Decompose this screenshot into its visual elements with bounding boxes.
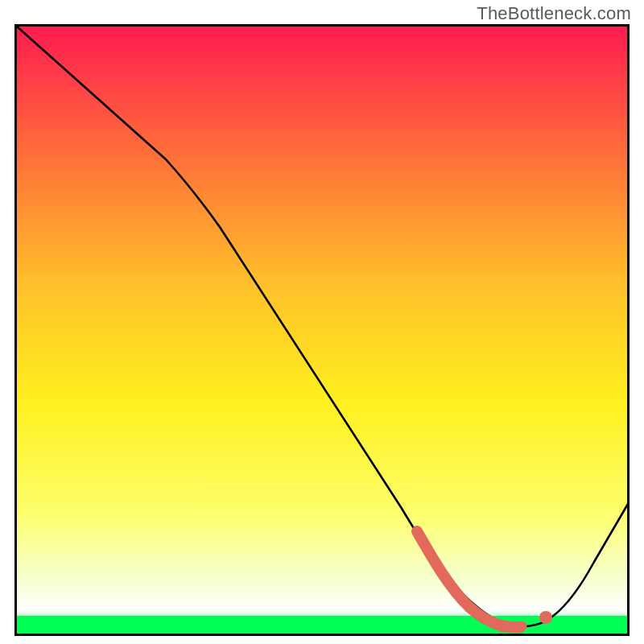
chart-svg <box>14 24 630 636</box>
marker-end-dot <box>539 611 552 624</box>
attribution-watermark: TheBottleneck.com <box>477 3 631 24</box>
gradient-background <box>16 26 628 634</box>
marker-gap-dot-2 <box>517 621 527 632</box>
chart-plot <box>14 24 630 636</box>
marker-gap-dot-1 <box>497 622 508 633</box>
chart-wrapper: TheBottleneck.com <box>0 0 644 644</box>
